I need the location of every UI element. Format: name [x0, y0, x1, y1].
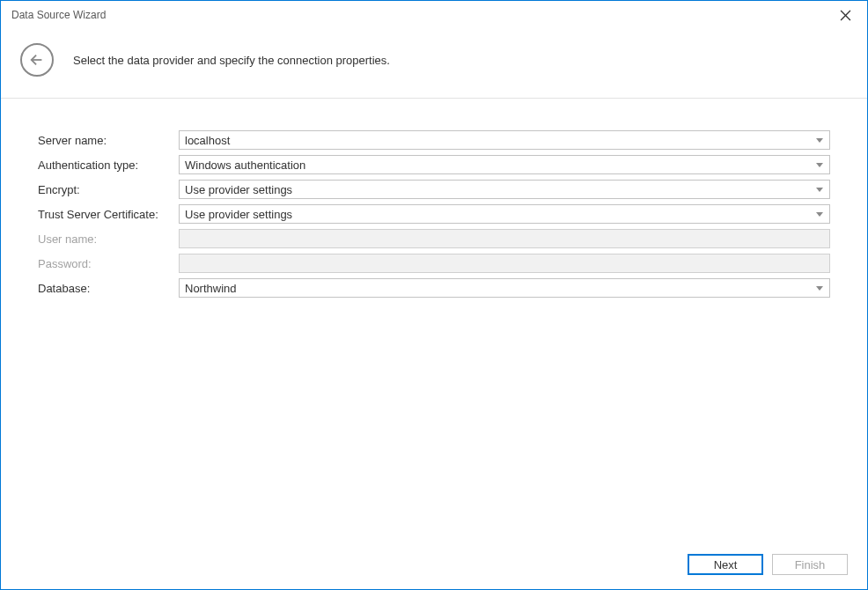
close-button[interactable]	[830, 4, 860, 26]
select-auth-type[interactable]: Windows authentication	[179, 155, 830, 174]
window-title: Data Source Wizard	[11, 9, 830, 21]
chevron-down-icon[interactable]	[815, 212, 824, 217]
svg-marker-7	[816, 286, 823, 291]
label-encrypt: Encrypt:	[38, 183, 179, 196]
finish-button: Finish	[772, 554, 848, 575]
label-trust-cert: Trust Server Certificate:	[38, 208, 179, 221]
form-area: Server name: localhost Authentication ty…	[1, 99, 867, 543]
row-server-name: Server name: localhost	[38, 130, 830, 150]
row-user-name: User name:	[38, 229, 830, 248]
input-password	[179, 254, 830, 273]
label-auth-type: Authentication type:	[38, 159, 179, 172]
value-database: Northwind	[185, 282, 815, 295]
row-auth-type: Authentication type: Windows authenticat…	[38, 155, 830, 174]
instruction-text: Select the data provider and specify the…	[73, 54, 390, 67]
svg-marker-3	[816, 138, 823, 143]
chevron-down-icon[interactable]	[815, 163, 824, 167]
input-user-name	[179, 229, 830, 248]
next-button[interactable]: Next	[688, 554, 763, 575]
input-server-name[interactable]: localhost	[179, 130, 830, 150]
footer: Next Finish	[1, 543, 867, 589]
select-database[interactable]: Northwind	[179, 278, 830, 298]
chevron-down-icon[interactable]	[815, 286, 824, 291]
value-auth-type: Windows authentication	[185, 159, 815, 172]
svg-marker-5	[816, 188, 823, 192]
value-trust-cert: Use provider settings	[185, 208, 815, 221]
wizard-window: Data Source Wizard Select the data provi…	[0, 0, 868, 590]
chevron-down-icon[interactable]	[815, 138, 824, 143]
label-password: Password:	[38, 257, 179, 270]
row-encrypt: Encrypt: Use provider settings	[38, 180, 830, 199]
label-server-name: Server name:	[38, 134, 179, 147]
row-database: Database: Northwind	[38, 278, 830, 298]
arrow-left-icon	[29, 52, 45, 68]
titlebar: Data Source Wizard	[1, 1, 867, 29]
row-trust-cert: Trust Server Certificate: Use provider s…	[38, 204, 830, 224]
select-trust-cert[interactable]: Use provider settings	[179, 204, 830, 224]
back-button[interactable]	[20, 43, 54, 77]
svg-marker-4	[816, 163, 823, 167]
chevron-down-icon[interactable]	[815, 188, 824, 192]
value-encrypt: Use provider settings	[185, 183, 815, 196]
value-server-name: localhost	[185, 134, 815, 147]
svg-marker-6	[816, 212, 823, 217]
label-user-name: User name:	[38, 232, 179, 246]
label-database: Database:	[38, 282, 179, 295]
select-encrypt[interactable]: Use provider settings	[179, 180, 830, 199]
row-password: Password:	[38, 254, 830, 273]
wizard-header: Select the data provider and specify the…	[1, 29, 867, 99]
close-icon	[840, 10, 851, 21]
